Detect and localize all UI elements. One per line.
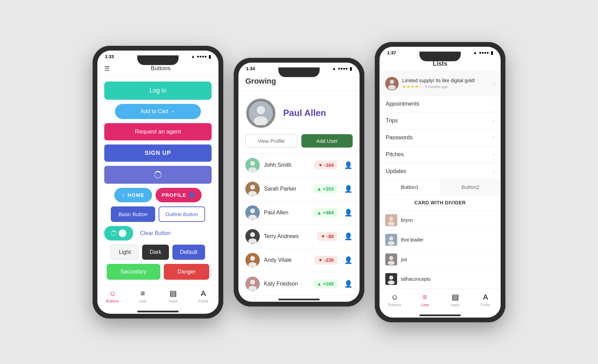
fonts-nav-label: Fonts [199,299,208,303]
toggle-button[interactable] [104,226,133,240]
user-avatar-5 [245,253,260,267]
default-button[interactable]: Default [172,245,205,260]
list-label-updates: Updates [386,168,493,174]
wifi-icon-3: ▲ [473,50,477,55]
dark-button[interactable]: Dark [142,245,169,260]
user-action-icon-3[interactable]: 👤 [344,208,353,217]
user-action-icon-6[interactable]: 👤 [344,280,353,288]
sign-up-button[interactable]: SIGN UP [104,144,212,162]
list-row-appointments[interactable]: Appointments › [380,96,501,113]
card-user-jsa[interactable]: jsa [380,250,501,269]
secondary-button[interactable]: Secondary [107,264,161,280]
nav-fonts[interactable]: A Fonts [188,289,218,303]
svg-point-35 [388,280,395,285]
fonts-nav-icon: A [201,289,206,298]
card-title: CARD WITH DIVIDER [380,195,501,211]
light-button[interactable]: Light [111,245,139,260]
user-avatar-1 [245,158,260,172]
nav-lists-3[interactable]: ≡ Lists [410,293,440,307]
review-title: Limited supply! Its like digital gold! [402,78,490,83]
home-button[interactable]: ⌂ HOME [114,188,152,202]
basic-outline-row: Basic Button Outline Button [104,206,212,222]
signal-icon-2: ●●●● [338,66,348,71]
list-row-updates[interactable]: Updates › [380,163,501,180]
loading-button[interactable] [104,166,212,184]
card-avatar-thotleader [385,234,397,246]
phone-2-time: 1:34 [246,66,255,71]
nav-buttons[interactable]: ☺ Buttons [97,289,128,303]
user-item-4[interactable]: Terry Andrews ▼ -80 👤 [238,225,360,248]
phone-3-bottom-nav: ☺ Buttons ≡ Lists ▤ Input A Fonts [380,289,501,312]
chevron-updates: › [493,168,494,174]
list-row-trips[interactable]: Trips › [380,113,501,129]
toggle-spinner [111,231,117,236]
tab-bar-2: Button1 Button2 [380,180,501,195]
user-action-icon-4[interactable]: 👤 [344,232,353,240]
request-agent-button[interactable]: Request an agent [104,123,212,140]
view-profile-button[interactable]: View Profile [245,134,297,148]
card-user-thotleader[interactable]: thot leader [380,230,501,250]
user-item-2[interactable]: Sarah Parker ▲ +203 👤 [238,177,360,201]
toggle-clear-row: Clear Button [104,226,212,240]
phone-3-title: Lists [433,60,447,67]
nav-input[interactable]: ▤ Input [158,289,188,303]
user-score-1: ▼ -164 [314,161,337,170]
user-action-icon-2[interactable]: 👤 [344,185,353,193]
review-item[interactable]: Limited supply! Its like digital gold! ★… [380,72,501,96]
nav-fonts-3[interactable]: A Fonts [470,293,501,307]
secondary-danger-row: Secondary Danger [104,264,212,280]
login-button[interactable]: Log in [104,82,212,100]
card-user-brynn[interactable]: brynn [380,211,501,230]
phone-3: 1:37 ▲ ●●●● ▮ Lists Limited supply! Its … [375,42,505,322]
fonts-nav-label-3: Fonts [481,303,490,307]
add-to-cart-button[interactable]: Add to Cart → [115,104,201,119]
chevron-pitches: › [493,151,494,158]
user-action-icon-1[interactable]: 👤 [344,161,353,169]
user-item-3[interactable]: Paul Allen ▲ +464 👤 [238,201,360,225]
toggle-circle [119,229,126,237]
user-score-2: ▲ +203 [313,184,337,193]
tab-button2[interactable]: Button2 [440,180,501,195]
buttons-nav-icon-3: ☺ [391,293,398,302]
phone-1-screen: 1:33 ▲ ●●●● ▮ ☰ Buttons Log in Add to Ca… [97,51,218,314]
tab-button1[interactable]: Button1 [380,180,440,195]
user-name-3: Paul Allen [264,210,309,216]
user-action-icon-5[interactable]: 👤 [344,256,353,264]
input-nav-icon-3: ▤ [452,293,459,302]
danger-button[interactable]: Danger [164,264,209,280]
input-nav-label: Input [169,299,177,303]
user-item-1[interactable]: Johh Smith ▼ -164 👤 [238,153,360,177]
buttons-nav-label-3: Buttons [388,303,401,307]
review-time: 5 months ago [425,85,448,89]
review-avatar [385,77,399,90]
basic-button[interactable]: Basic Button [111,206,155,222]
menu-icon[interactable]: ☰ [104,65,110,72]
nav-input-3[interactable]: ▤ Input [440,293,470,307]
user-item-5[interactable]: Andy Vitale ▼ -230 👤 [238,248,360,272]
user-avatar-6 [245,277,260,291]
profile-avatar [245,98,276,129]
chevron-passwords: › [493,135,494,141]
nav-buttons-3[interactable]: ☺ Buttons [380,293,410,307]
nav-lists[interactable]: ≡ Lists [128,289,158,303]
card-username-brynn: brynn [401,217,413,223]
card-avatar-jsa [385,253,397,266]
list-row-pitches[interactable]: Pitches › [380,146,501,163]
svg-point-29 [388,241,395,245]
list-label-pitches: Pitches [386,151,493,158]
phone-1-bottom-nav: ☺ Buttons ≡ Lists ▤ Input A Fonts [97,285,218,308]
svg-point-10 [250,208,255,213]
card-user-talhaconcepts[interactable]: talhaconcepts [380,269,501,289]
clear-button[interactable]: Clear Button [140,230,171,236]
avatar-svg [249,101,273,125]
user-item-6[interactable]: Katy Friedson ▲ +160 👤 [238,272,360,296]
chevron-appointments: › [493,101,494,107]
outline-button[interactable]: Outline Button [159,206,205,222]
list-row-passwords[interactable]: Passwords › [380,129,501,146]
list-label-trips: Trips [386,118,493,124]
phone-2: 1:34 ▲ ●●●● ▮ Growing [234,58,364,307]
add-user-button[interactable]: Add User [301,134,353,148]
profile-button[interactable]: PROFILE 👤 [156,188,202,202]
user-avatar-3 [245,205,260,220]
svg-point-1 [257,106,265,114]
